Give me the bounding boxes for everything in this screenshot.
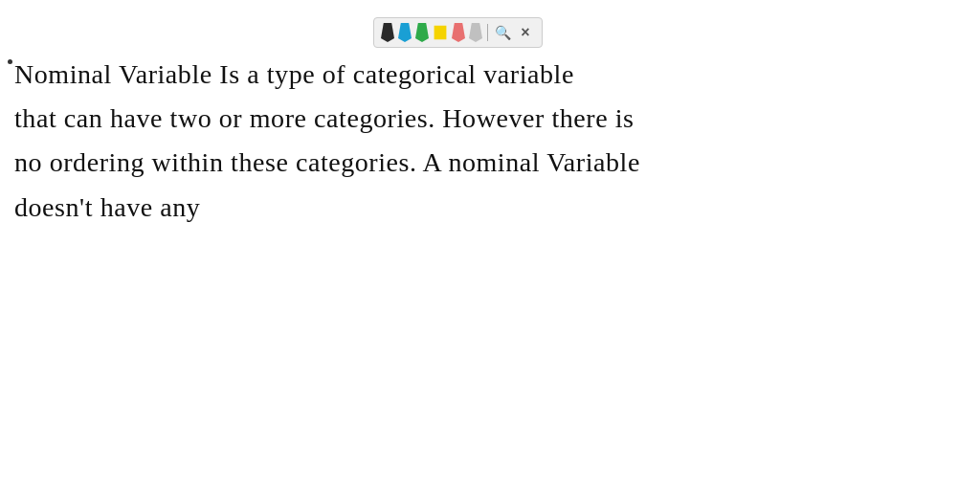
black-pen-icon[interactable] <box>381 23 394 42</box>
text-line-3: no ordering within these categories. A n… <box>14 141 966 185</box>
text-line-4: doesn't have any <box>14 186 966 230</box>
drawing-toolbar: 🔍 × <box>373 17 543 48</box>
text-line-1: Nominal Variable Is a type of categorica… <box>14 53 966 97</box>
handwritten-content: Nominal Variable Is a type of categorica… <box>14 53 966 230</box>
gray-pen-icon[interactable] <box>469 23 482 42</box>
dot-marker <box>8 59 12 64</box>
pink-pen-icon[interactable] <box>452 23 465 42</box>
close-button[interactable]: × <box>515 22 536 43</box>
green-pen-icon[interactable] <box>415 23 429 42</box>
search-button[interactable]: 🔍 <box>492 22 513 43</box>
yellow-pen-icon[interactable] <box>433 24 448 41</box>
text-line-2: that can have two or more categories. Ho… <box>14 97 966 141</box>
blue-pen-icon[interactable] <box>398 23 412 42</box>
toolbar-divider <box>487 24 488 41</box>
